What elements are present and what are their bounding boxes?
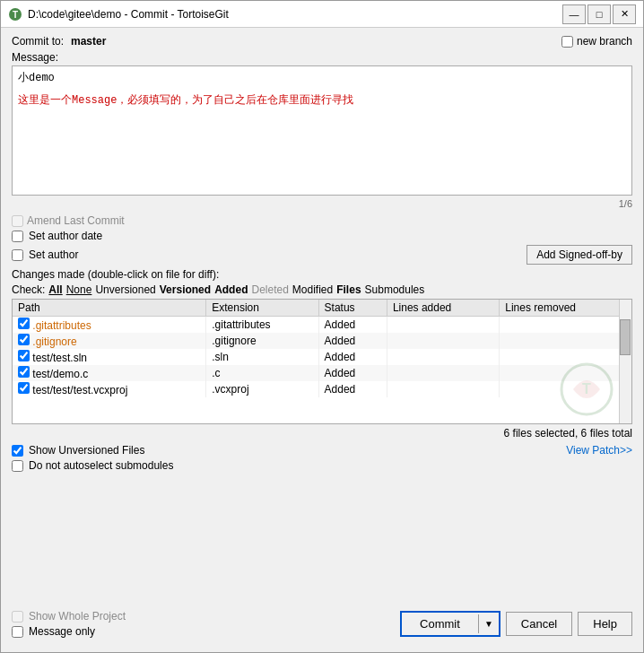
col-lines-added: Lines added	[387, 300, 499, 317]
minimize-button[interactable]: —	[562, 4, 586, 24]
main-window: T D:\code\gitee\demo - Commit - Tortoise…	[0, 0, 644, 653]
do-not-autoselect-row: Do not autoselect submodules	[12, 459, 632, 472]
filter-all[interactable]: All	[48, 283, 62, 296]
show-whole-project-label: Show Whole Project	[29, 610, 126, 623]
file-status-5: Added	[318, 381, 387, 397]
bottom-left-options: Show Whole Project Message only	[12, 610, 126, 638]
app-icon: T	[8, 7, 22, 22]
commit-to-row: Commit to: master new branch	[12, 35, 632, 48]
table-row[interactable]: .gitignore .gitignore Added	[13, 333, 631, 349]
file-checkbox-cell[interactable]: .gitignore	[13, 333, 206, 349]
file-added-1	[387, 317, 499, 334]
table-row[interactable]: .gitattributes .gitattributes Added	[13, 317, 631, 334]
help-button[interactable]: Help	[578, 612, 632, 636]
file-check-5[interactable]	[18, 382, 30, 394]
author-date-checkbox[interactable]	[12, 231, 23, 242]
amend-label: Amend Last Commit	[27, 214, 125, 227]
files-summary: 6 files selected, 6 files total	[504, 427, 632, 440]
file-checkbox-cell[interactable]: test/test.sln	[13, 349, 206, 365]
table-row[interactable]: test/test.sln .sln Added	[13, 349, 631, 365]
commit-to-label: Commit to:	[12, 35, 64, 48]
file-ext-2: .gitignore	[206, 333, 318, 349]
maximize-button[interactable]: □	[587, 4, 611, 24]
svg-text:T: T	[13, 10, 18, 20]
bottom-buttons-row: Show Whole Project Message only Commit ▼…	[12, 610, 632, 645]
files-table: Path Extension Status Lines added Lines …	[13, 300, 631, 397]
message-only-label: Message only	[29, 625, 95, 638]
close-button[interactable]: ✕	[613, 4, 636, 24]
do-not-autoselect-checkbox[interactable]	[12, 460, 23, 472]
file-checkbox-cell[interactable]: test/demo.c	[13, 365, 206, 381]
filter-versioned[interactable]: Versioned	[160, 283, 211, 296]
show-unversioned-label: Show Unversioned Files	[29, 444, 144, 457]
file-ext-1: .gitattributes	[206, 317, 318, 334]
author-date-row: Set author date	[12, 230, 632, 242]
file-path-4: test/demo.c	[32, 368, 88, 380]
watermark: T	[560, 362, 614, 419]
file-ext-3: .sln	[206, 349, 318, 365]
commit-to-branch: master	[71, 35, 106, 48]
filter-row: Check: All None Unversioned Versioned Ad…	[12, 283, 632, 296]
window-title: D:\code\gitee\demo - Commit - TortoiseGi…	[28, 8, 562, 21]
files-tbody: .gitattributes .gitattributes Added .git…	[13, 317, 631, 398]
file-checkbox-cell[interactable]: .gitattributes	[13, 317, 206, 334]
new-branch-label: new branch	[577, 35, 632, 48]
main-content: Commit to: master new branch Message: 小d…	[1, 28, 643, 652]
file-path-1: .gitattributes	[32, 319, 91, 332]
add-signed-off-button[interactable]: Add Signed-off-by	[527, 245, 632, 265]
new-branch-row: new branch	[561, 35, 632, 48]
file-check-4[interactable]	[18, 366, 30, 378]
window-controls: — □ ✕	[562, 4, 636, 24]
file-checkbox-cell[interactable]: test/test/test.vcxproj	[13, 381, 206, 397]
cancel-button[interactable]: Cancel	[506, 612, 572, 636]
filter-submodules[interactable]: Submodules	[365, 283, 425, 296]
set-author-checkbox[interactable]	[12, 249, 23, 261]
check-label: Check:	[12, 283, 45, 296]
filter-unversioned[interactable]: Unversioned	[95, 283, 155, 296]
file-check-1[interactable]	[18, 318, 30, 329]
view-patch-link[interactable]: View Patch>>	[566, 444, 632, 457]
filter-files[interactable]: Files	[336, 283, 361, 296]
amend-checkbox[interactable]	[12, 215, 23, 227]
options-section: Amend Last Commit Set author date Set au…	[12, 214, 632, 265]
file-check-3[interactable]	[18, 350, 30, 361]
file-status-1: Added	[318, 317, 387, 334]
summary-row: 6 files selected, 6 files total	[12, 427, 632, 440]
scrollbar[interactable]	[619, 300, 631, 423]
filter-added[interactable]: Added	[214, 283, 248, 296]
show-whole-project-checkbox[interactable]	[12, 611, 23, 623]
filter-none[interactable]: None	[66, 283, 92, 296]
set-author-label: Set author	[29, 248, 78, 261]
commit-dropdown-button[interactable]: ▼	[478, 614, 499, 633]
file-check-2[interactable]	[18, 334, 30, 345]
filter-deleted[interactable]: Deleted	[251, 283, 288, 296]
new-branch-checkbox[interactable]	[561, 36, 573, 48]
file-added-5	[387, 381, 499, 397]
svg-text:T: T	[582, 381, 591, 396]
commit-button-group: Commit ▼	[400, 611, 500, 637]
message-display: 小demo这里是一个Message，必须填写的，为了自己之后在仓库里面进行寻找	[12, 65, 632, 196]
show-whole-project-row: Show Whole Project	[12, 610, 126, 623]
do-not-autoselect-label: Do not autoselect submodules	[29, 459, 173, 472]
scrollbar-thumb	[620, 319, 631, 355]
show-unversioned-row: Show Unversioned Files	[12, 444, 144, 457]
message-section: Message: 小demo这里是一个Message，必须填写的，为了自己之后在…	[12, 51, 632, 209]
title-bar: T D:\code\gitee\demo - Commit - Tortoise…	[1, 1, 643, 28]
show-unversioned-checkbox[interactable]	[12, 445, 23, 457]
message-only-checkbox[interactable]	[12, 626, 23, 638]
file-path-2: .gitignore	[32, 335, 76, 348]
files-table-container: Path Extension Status Lines added Lines …	[12, 299, 632, 424]
col-path: Path	[13, 300, 206, 317]
message-only-row: Message only	[12, 625, 126, 638]
file-ext-4: .c	[206, 365, 318, 381]
file-path-3: test/test.sln	[32, 352, 87, 364]
filter-modified[interactable]: Modified	[292, 283, 333, 296]
file-status-3: Added	[318, 349, 387, 365]
commit-button[interactable]: Commit	[402, 613, 478, 635]
changes-title: Changes made (double-click on file for d…	[12, 268, 632, 281]
table-row[interactable]: test/demo.c .c Added	[13, 365, 631, 381]
table-row[interactable]: test/test/test.vcxproj .vcxproj Added	[13, 381, 631, 397]
file-removed-2	[500, 333, 631, 349]
file-removed-1	[500, 317, 631, 334]
file-ext-5: .vcxproj	[206, 381, 318, 397]
